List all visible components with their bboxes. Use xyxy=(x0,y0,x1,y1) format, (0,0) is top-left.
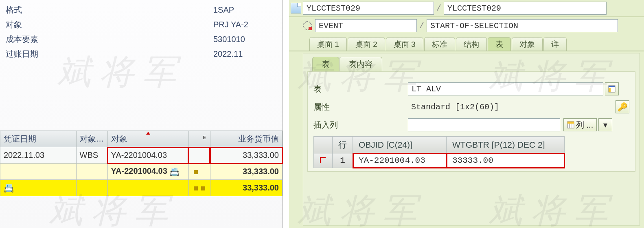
cell-doc-date: 2022.11.03 xyxy=(0,147,77,164)
report-pane: 格式1SAP 对象PRJ YA-2 成本要素5301010 过账日期2022.1… xyxy=(0,0,283,228)
tab-detail[interactable]: 详 xyxy=(543,37,567,51)
sort-e-icon: E xyxy=(203,135,206,140)
cell-obj-type: WBS xyxy=(76,147,107,164)
val-attributes: Standard [1x2(60)] xyxy=(408,100,603,113)
subtab-table[interactable]: 表 xyxy=(312,57,339,71)
program-name-right[interactable]: YLCCTEST029 xyxy=(444,2,607,15)
tab-desktop1[interactable]: 桌面 1 xyxy=(309,37,347,51)
total-icon: 📇 xyxy=(4,183,14,193)
col-object[interactable]: 对象 xyxy=(107,131,188,147)
cell-amount: 33,333.00 xyxy=(210,147,282,164)
col-row[interactable]: 行 xyxy=(333,137,353,153)
hdr-label: 对象 xyxy=(6,17,75,32)
cell-amount: 33,333.00 xyxy=(210,164,282,180)
debugger-pane: YLCCTEST029 / YLCCTEST029 EVENT / START-… xyxy=(289,0,644,228)
tab-desktop3[interactable]: 桌面 3 xyxy=(386,37,423,51)
square-icon xyxy=(201,186,205,190)
lbl-table: 表 xyxy=(313,84,408,95)
svg-rect-2 xyxy=(609,88,611,92)
columns-button[interactable]: 列 ... xyxy=(563,118,597,131)
tab-table[interactable]: 表 xyxy=(488,37,511,51)
cell-object: YA-2201004.03 📇 xyxy=(107,164,188,180)
hdr-label: 过账日期 xyxy=(6,46,75,61)
grid-header-row: 行 OBJID [C(24)] WTGBTR [P(12) DEC 2] xyxy=(314,137,565,153)
square-icon xyxy=(194,186,198,190)
grid-corner xyxy=(314,137,333,153)
slash: / xyxy=(436,4,441,13)
main-tabstrip: 桌面 1 桌面 2 桌面 3 标准 结构 表 对象 详 xyxy=(289,36,644,51)
lbl-insert-col: 插入列 xyxy=(313,120,408,131)
col-amount[interactable]: 业务货币值 xyxy=(210,131,282,147)
cell-flag xyxy=(188,147,210,164)
sub-tabstrip: 表 表内容 xyxy=(303,53,640,71)
event-row: EVENT / START-OF-SELECTION xyxy=(289,17,644,34)
table-fields-panel: 表 LT_ALV 属性 Standard [1x2(60)] 🔑 插入列 列 .… xyxy=(307,71,635,172)
slash: / xyxy=(419,21,424,31)
tab-object[interactable]: 对象 xyxy=(512,37,543,51)
lbl-attributes: 属性 xyxy=(313,102,408,113)
col-doc-date[interactable]: 凭证日期 xyxy=(0,131,77,147)
hdr-value: 5301010 xyxy=(75,32,277,46)
hdr-label: 成本要素 xyxy=(6,32,75,46)
alv-header-row: 凭证日期 对象… 对象 E 业务货币值 xyxy=(0,131,283,147)
tab-structure[interactable]: 结构 xyxy=(456,37,487,51)
debugger-title-row: YLCCTEST029 / YLCCTEST029 xyxy=(289,0,644,17)
cell-amount: 33,333.00 xyxy=(210,180,282,196)
hdr-value: PRJ YA-2 xyxy=(75,17,277,32)
subtotal-icon: 📇 xyxy=(169,167,180,177)
dropdown-icon[interactable]: ▾ xyxy=(598,118,612,131)
col-wtgbtr[interactable]: WTGBTR [P(12) DEC 2] xyxy=(447,137,565,153)
col-flag[interactable]: E xyxy=(188,131,210,147)
hdr-value: 2022.11 xyxy=(75,46,277,61)
hdr-label: 格式 xyxy=(6,2,75,17)
tab-desktop2[interactable]: 桌面 2 xyxy=(348,37,385,51)
cell-object: YA-2201004.03 xyxy=(107,147,188,164)
subtab-table-content[interactable]: 表内容 xyxy=(339,57,382,71)
square-icon xyxy=(194,170,198,174)
cell-flag xyxy=(188,180,210,196)
gear-icon[interactable] xyxy=(303,21,312,30)
header-fields: 格式1SAP 对象PRJ YA-2 成本要素5301010 过账日期2022.1… xyxy=(0,0,283,61)
program-name-left[interactable]: YLCCTEST029 xyxy=(303,2,434,15)
col-objid[interactable]: OBJID [C(24)] xyxy=(353,137,447,153)
cell-total-icon: 📇 xyxy=(0,180,77,196)
hdr-value: 1SAP xyxy=(75,2,277,17)
svg-rect-1 xyxy=(609,86,615,87)
table-columns-icon[interactable] xyxy=(605,82,619,95)
svg-rect-6 xyxy=(567,122,574,124)
table-inspector: 表 表内容 表 LT_ALV 属性 Standard [1x2(60)] 🔑 插… xyxy=(303,53,640,226)
tab-standard[interactable]: 标准 xyxy=(424,37,455,51)
program-icon xyxy=(291,3,301,13)
cell-objid[interactable]: YA-2201004.03 xyxy=(353,153,447,168)
grid-row[interactable]: 1 YA-2201004.03 33333.00 xyxy=(314,153,565,168)
table-row[interactable]: 2022.11.03 WBS YA-2201004.03 33,333.00 xyxy=(0,147,283,164)
sort-asc-icon xyxy=(146,132,150,135)
total-row[interactable]: 📇 33,333.00 xyxy=(0,180,283,196)
block-field[interactable]: START-OF-SELECTION xyxy=(427,19,618,32)
key-icon[interactable]: 🔑 xyxy=(616,100,629,113)
input-insert-col[interactable] xyxy=(408,118,560,131)
alv-table[interactable]: 凭证日期 对象… 对象 E 业务货币值 2022.11.03 WBS YA-22… xyxy=(0,131,283,196)
cell-rownum: 1 xyxy=(333,153,353,168)
cell-flag xyxy=(188,164,210,180)
cell-wtgbtr[interactable]: 33333.00 xyxy=(447,153,565,168)
event-field[interactable]: EVENT xyxy=(315,19,417,32)
table-data-grid[interactable]: 行 OBJID [C(24)] WTGBTR [P(12) DEC 2] 1 Y… xyxy=(313,136,565,168)
row-marker[interactable] xyxy=(314,153,333,168)
corner-mark-icon xyxy=(320,157,326,163)
col-obj-type[interactable]: 对象… xyxy=(76,131,107,147)
input-table-name[interactable]: LT_ALV xyxy=(408,82,603,95)
subtotal-row[interactable]: YA-2201004.03 📇 33,333.00 xyxy=(0,164,283,180)
